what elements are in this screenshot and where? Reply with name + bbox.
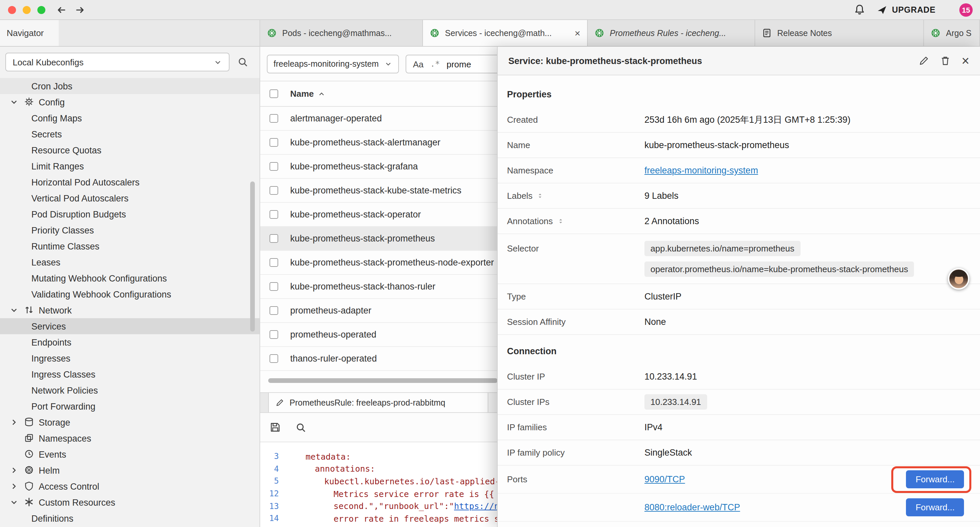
sidebar-item-label: Ingress Classes: [31, 369, 95, 379]
sidebar-item-storage[interactable]: Storage: [0, 414, 259, 430]
tab-pods[interactable]: Pods - icecheng@mathmas...: [260, 20, 423, 46]
notification-count-badge[interactable]: 15: [959, 3, 973, 17]
sidebar-item-network[interactable]: Network: [0, 302, 259, 318]
tab-argo[interactable]: Argo S: [924, 20, 980, 46]
row-checkbox[interactable]: [269, 330, 278, 339]
sidebar-item-secrets[interactable]: Secrets: [0, 126, 259, 142]
port-link[interactable]: 8080:reloader-web/TCP: [644, 502, 740, 512]
tab-label: Prometheus Rules - icecheng...: [610, 29, 726, 38]
navigator-tab[interactable]: Navigator: [0, 20, 59, 46]
row-checkbox[interactable]: [269, 306, 278, 315]
row-checkbox[interactable]: [269, 138, 278, 147]
close-tab-icon[interactable]: ×: [570, 27, 581, 39]
minimize-window-button[interactable]: [23, 6, 31, 14]
property-label: Labels: [507, 191, 533, 201]
forward-arrow-icon[interactable]: [75, 5, 85, 15]
sidebar-item-custom-resources[interactable]: Custom Resources: [0, 494, 259, 510]
sidebar-item-definitions[interactable]: Definitions: [0, 510, 259, 526]
chevron-down-icon[interactable]: [10, 498, 19, 507]
kubeconfig-selector[interactable]: Local Kubeconfigs: [5, 53, 229, 72]
titlebar: UPGRADE 15: [0, 0, 980, 20]
row-checkbox[interactable]: [269, 234, 278, 243]
editor-tabs: Pods - icecheng@mathmas... Services - ic…: [260, 20, 980, 46]
sidebar-item-label: Definitions: [31, 513, 73, 523]
tab-release-notes[interactable]: Release Notes: [755, 20, 924, 46]
close-window-button[interactable]: [8, 6, 16, 14]
sidebar-item-helm[interactable]: Helm: [0, 462, 259, 478]
annotations-count[interactable]: 2 Annotations: [644, 216, 699, 226]
sidebar-item-endpoints[interactable]: Endpoints: [0, 334, 259, 350]
chevron-right-icon[interactable]: [10, 466, 19, 475]
property-value: None: [644, 317, 666, 327]
sidebar-item-config-maps[interactable]: Config Maps: [0, 110, 259, 126]
sidebar-item-ingresses[interactable]: Ingresses: [0, 350, 259, 366]
sidebar-search-icon[interactable]: [237, 57, 248, 67]
notifications-bell-icon[interactable]: [854, 4, 865, 15]
code-text: error rate in freeleaps metrics ser: [287, 514, 509, 524]
sidebar-item-runtime-classes[interactable]: Runtime Classes: [0, 238, 259, 254]
sort-updown-icon[interactable]: [557, 218, 564, 225]
tab-prometheus-rules[interactable]: Prometheus Rules - icecheng...: [588, 20, 755, 46]
row-checkbox[interactable]: [269, 354, 278, 363]
maximize-window-button[interactable]: [37, 6, 45, 14]
horizontal-scrollbar[interactable]: [268, 378, 498, 383]
upgrade-button[interactable]: UPGRADE: [877, 4, 935, 16]
chevron-down-icon[interactable]: [10, 97, 19, 107]
regex-toggle[interactable]: .*: [430, 59, 440, 69]
sidebar-item-validating-webhook-configurations[interactable]: Validating Webhook Configurations: [0, 286, 259, 302]
dock-tab-prometheusrule[interactable]: PrometheusRule: freeleaps-prod-rabbitmq: [268, 393, 488, 412]
port-forward-button[interactable]: Forward...: [906, 470, 964, 488]
sidebar-item-resource-quotas[interactable]: Resource Quotas: [0, 142, 259, 158]
sidebar-item-vertical-pod-autoscalers[interactable]: Vertical Pod Autoscalers: [0, 190, 259, 206]
sidebar-item-pod-disruption-budgets[interactable]: Pod Disruption Budgets: [0, 206, 259, 222]
row-checkbox[interactable]: [269, 162, 278, 171]
sidebar-item-mutating-webhook-configurations[interactable]: Mutating Webhook Configurations: [0, 270, 259, 286]
save-icon[interactable]: [269, 422, 281, 433]
sidebar-item-limit-ranges[interactable]: Limit Ranges: [0, 158, 259, 174]
namespace-filter-dropdown[interactable]: freeleaps-monitoring-system: [267, 55, 399, 73]
match-case-toggle[interactable]: Aa: [413, 59, 424, 69]
sidebar-item-access-control[interactable]: Access Control: [0, 478, 259, 494]
code-text: metadata:: [287, 452, 351, 462]
delete-trash-icon[interactable]: [940, 56, 951, 66]
sidebar-item-label: Pod Disruption Budgets: [31, 209, 126, 219]
row-checkbox[interactable]: [269, 258, 278, 267]
row-checkbox[interactable]: [269, 282, 278, 291]
editor-search-icon[interactable]: [296, 422, 306, 433]
labels-count[interactable]: 9 Labels: [644, 191, 678, 201]
sidebar-item-events[interactable]: Events: [0, 446, 259, 462]
sidebar-item-priority-classes[interactable]: Priority Classes: [0, 222, 259, 238]
sidebar-item-ingress-classes[interactable]: Ingress Classes: [0, 366, 259, 382]
sort-updown-icon[interactable]: [537, 192, 544, 199]
port-link[interactable]: 9090/TCP: [644, 474, 685, 484]
sidebar-item-namespaces[interactable]: Namespaces: [0, 430, 259, 446]
back-arrow-icon[interactable]: [56, 5, 67, 15]
close-drawer-icon[interactable]: ×: [962, 54, 969, 67]
row-checkbox[interactable]: [269, 114, 278, 123]
sidebar-item-leases[interactable]: Leases: [0, 254, 259, 270]
sidebar-item-cron-jobs[interactable]: Cron Jobs: [0, 78, 259, 94]
select-all-checkbox[interactable]: [269, 89, 278, 98]
chevron-right-icon[interactable]: [10, 417, 19, 427]
sidebar-item-port-forwarding[interactable]: Port Forwarding: [0, 398, 259, 414]
namespace-link[interactable]: freeleaps-monitoring-system: [644, 166, 758, 175]
sidebar: Local Kubeconfigs Cron Jobs Config Confi…: [0, 47, 260, 527]
chevron-down-icon[interactable]: [10, 306, 19, 315]
sidebar-scrollbar[interactable]: [250, 182, 255, 331]
sidebar-item-config[interactable]: Config: [0, 94, 259, 110]
property-value: 253d 16h 6m ago (2025年1月13日 GMT+8 1:25:3…: [644, 114, 851, 126]
row-checkbox[interactable]: [269, 186, 278, 195]
sidebar-item-horizontal-pod-autoscalers[interactable]: Horizontal Pod Autoscalers: [0, 174, 259, 190]
port-forward-button[interactable]: Forward...: [906, 498, 964, 516]
property-row-session-affinity: Session Affinity None: [498, 309, 980, 335]
sidebar-item-services[interactable]: Services: [0, 318, 259, 334]
properties-section-heading: Properties: [498, 75, 980, 107]
feedback-avatar[interactable]: [948, 268, 969, 290]
name-column-header[interactable]: Name: [290, 89, 326, 99]
service-name: kube-prometheus-stack-thanos-ruler: [290, 282, 435, 291]
sidebar-item-network-policies[interactable]: Network Policies: [0, 382, 259, 398]
edit-pencil-icon[interactable]: [919, 56, 930, 66]
tab-services[interactable]: Services - icecheng@math... ×: [423, 20, 588, 46]
row-checkbox[interactable]: [269, 210, 278, 219]
chevron-right-icon[interactable]: [10, 482, 19, 491]
